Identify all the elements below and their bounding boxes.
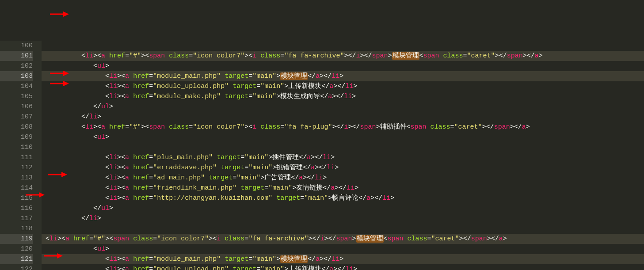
code-line[interactable]: <ul> [42,244,644,254]
line-number: 103 [0,71,33,81]
line-number: 117 [0,213,33,224]
line-number: 110 [0,142,33,152]
annotation-arrow-icon [50,11,69,17]
code-line[interactable]: <li><a href="erraddsave.php" target="mai… [42,163,644,173]
code-line[interactable]: <li><a href="plus_main.php" target="main… [42,152,644,163]
code-line[interactable]: <li><a href="module_make.php" target="ma… [42,91,644,102]
line-number: 105 [0,91,33,102]
line-number: 101 [0,51,33,61]
line-number: 102 [0,61,33,71]
line-number: 107 [0,112,33,122]
code-line[interactable]: </ul> [42,102,644,112]
line-number: 113 [0,173,33,183]
code-line[interactable] [42,224,644,234]
code-line[interactable]: <ul> [42,61,644,71]
code-line[interactable]: </li> [42,112,644,122]
code-line[interactable] [42,142,644,152]
line-number: 100 [0,41,33,51]
code-line[interactable]: </li> [42,213,644,224]
code-line[interactable]: <li><a href="friendlink_main.php" target… [42,183,644,193]
code-editor: 1001011021031041051061071081091101111121… [0,41,644,270]
line-number: 108 [0,122,33,132]
line-number: 115 [0,193,33,203]
code-line[interactable] [42,41,644,51]
line-number: 109 [0,132,33,142]
line-number: 114 [0,183,33,193]
code-line[interactable]: <li><a href="ad_main.php" target="main">… [42,173,644,183]
code-line[interactable]: <li><a href="module_main.php" target="ma… [42,71,644,81]
code-line[interactable]: </ul> [42,203,644,213]
line-number: 104 [0,81,33,91]
code-line[interactable]: <ul> [42,132,644,142]
line-number: 116 [0,203,33,213]
line-number-gutter: 1001011021031041051061071081091101111121… [0,41,42,270]
line-number: 120 [0,244,33,254]
code-line[interactable]: <li><a href="#"><span class="icon color7… [42,234,644,244]
line-number: 118 [0,224,33,234]
code-line[interactable]: <li><a href="#"><span class="icon color7… [42,122,644,132]
code-line[interactable]: <li><a href="http://changyan.kuaizhan.co… [42,193,644,203]
line-number: 111 [0,152,33,163]
code-line[interactable]: <li><a href="module_main.php" target="ma… [42,254,644,264]
line-number: 119 [0,234,33,244]
code-line[interactable]: <li><a href="module_upload.php" target="… [42,81,644,91]
code-line[interactable]: <li><a href="module_upload.php" target="… [42,264,644,270]
line-number: 112 [0,163,33,173]
line-number: 121 [0,254,33,264]
line-number: 106 [0,102,33,112]
code-area[interactable]: <li><a href="#"><span class="icon color7… [42,41,644,270]
line-number: 122 [0,264,33,270]
code-line[interactable]: <li><a href="#"><span class="icon color7… [42,51,644,61]
